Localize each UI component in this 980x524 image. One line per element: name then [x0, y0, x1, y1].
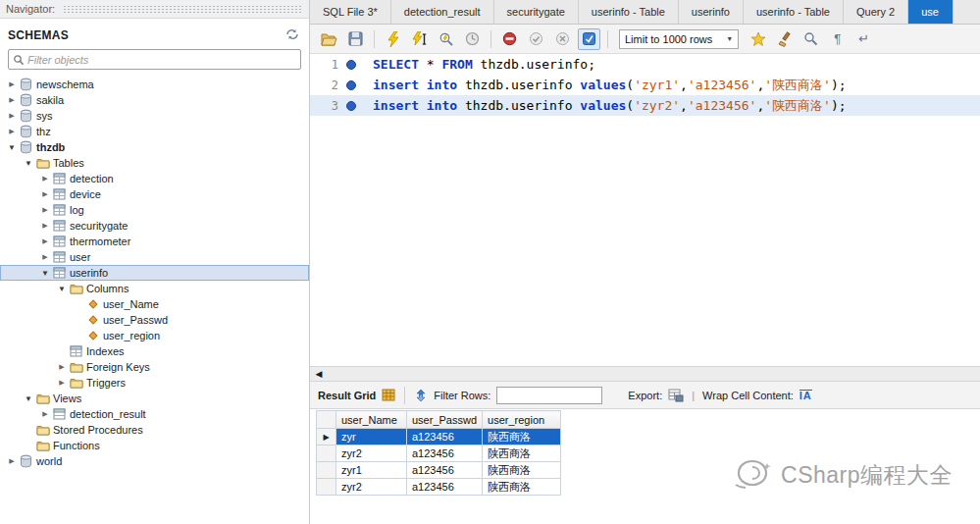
rollback-transaction-icon[interactable] — [551, 28, 574, 50]
tree-item-triggers[interactable]: ▶Triggers — [0, 375, 309, 391]
expand-arrow-icon[interactable]: ▶ — [6, 457, 18, 465]
expand-arrow-icon[interactable]: ▶ — [6, 80, 18, 88]
tree-item-thz[interactable]: ▶thz — [0, 124, 309, 139]
tree-item-user-passwd[interactable]: user_Passwd — [0, 312, 309, 328]
tab-userinfo-table[interactable]: userinfo - Table — [579, 0, 679, 24]
tree-item-world[interactable]: ▶world — [0, 453, 309, 469]
expand-arrow-icon[interactable]: ▶ — [39, 175, 51, 183]
grid-column-header[interactable]: user_Name — [336, 411, 407, 429]
expand-arrow-icon[interactable]: ▶ — [39, 222, 51, 230]
grid-column-header[interactable]: user_region — [483, 411, 561, 429]
grid-cell[interactable]: a123456 — [407, 445, 483, 462]
grid-column-header[interactable]: user_Passwd — [407, 411, 483, 429]
row-header-cell[interactable] — [317, 479, 336, 496]
export-recordset-icon[interactable] — [668, 389, 684, 402]
current-row-marker[interactable]: ▶ — [317, 429, 336, 445]
collapse-arrow-icon[interactable]: ▼ — [39, 269, 51, 278]
tree-item-log[interactable]: ▶log — [0, 202, 309, 218]
collapse-arrow-icon[interactable]: ▼ — [23, 394, 34, 403]
expand-arrow-icon[interactable]: ▶ — [56, 379, 68, 387]
refresh-grid-icon[interactable] — [414, 389, 428, 402]
expand-arrow-icon[interactable]: ▶ — [6, 96, 18, 104]
expand-arrow-icon[interactable]: ▶ — [39, 206, 51, 214]
tree-item-newschema[interactable]: ▶newschema — [0, 77, 309, 92]
grid-cell[interactable]: 陕西商洛 — [483, 462, 561, 479]
expand-arrow-icon[interactable]: ▶ — [6, 112, 18, 120]
tree-item-columns[interactable]: ▼Columns — [0, 281, 309, 296]
stop-query-icon[interactable] — [461, 28, 484, 50]
tree-item-userinfo[interactable]: ▼userinfo — [0, 265, 309, 281]
tree-item-indexes[interactable]: Indexes — [0, 343, 309, 359]
grid-cell[interactable]: zyr1 — [336, 462, 407, 479]
tree-item-securitygate[interactable]: ▶securitygate — [0, 218, 309, 234]
tab-userinfo-table[interactable]: userinfo - Table — [744, 0, 844, 24]
grid-cell[interactable]: a123456 — [407, 462, 483, 479]
grid-cell[interactable]: zyr2 — [336, 479, 407, 496]
tab-detection-result[interactable]: detection_result — [391, 0, 494, 24]
beautify-script-icon[interactable] — [773, 28, 796, 50]
tree-item-user-name[interactable]: user_Name — [0, 296, 309, 312]
grid-cell[interactable]: 陕西商洛 — [483, 479, 561, 496]
filter-objects-box[interactable] — [8, 49, 301, 70]
expand-arrow-icon[interactable]: ▶ — [39, 190, 51, 198]
tree-item-detection[interactable]: ▶detection — [0, 171, 309, 186]
save-snippet-icon[interactable] — [747, 28, 769, 50]
tree-item-sys[interactable]: ▶sys — [0, 108, 309, 124]
expand-arrow-icon[interactable]: ▶ — [39, 410, 51, 418]
execute-current-statement-icon[interactable] — [408, 28, 431, 50]
expand-arrow-icon[interactable]: ▶ — [39, 253, 51, 261]
refresh-schemas-icon[interactable] — [285, 26, 299, 44]
find-icon[interactable] — [799, 28, 822, 50]
grid-cell[interactable]: 陕西商洛 — [483, 445, 561, 462]
tab-query-2[interactable]: Query 2 — [844, 0, 908, 24]
tree-item-detection-result[interactable]: ▶detection_result — [0, 406, 309, 422]
grid-corner-cell[interactable] — [317, 411, 336, 429]
collapse-arrow-icon[interactable]: ▼ — [56, 285, 68, 293]
tree-item-thzdb[interactable]: ▼thzdb — [0, 139, 309, 155]
tree-item-foreign-keys[interactable]: ▶Foreign Keys — [0, 359, 309, 375]
wrap-text-icon[interactable]: ↵ — [852, 28, 875, 50]
grid-cell[interactable]: zyr2 — [336, 445, 407, 462]
expand-arrow-icon[interactable]: ▶ — [6, 128, 18, 135]
grid-cell[interactable]: 陕西商洛 — [483, 429, 561, 445]
limit-rows-dropdown[interactable]: Limit to 1000 rows ▼ — [619, 29, 739, 49]
tab-userinfo[interactable]: userinfo — [679, 0, 744, 24]
commit-transaction-icon[interactable] — [525, 28, 547, 50]
sql-editor[interactable]: 1SELECT * FROM thzdb.userinfo;2insert in… — [310, 54, 980, 366]
toggle-stop-on-error-icon[interactable] — [498, 28, 521, 50]
tab-securitygate[interactable]: securitygate — [494, 0, 579, 24]
tree-item-views[interactable]: ▼Views — [0, 391, 309, 406]
filter-rows-input[interactable] — [496, 387, 602, 404]
collapse-arrow-icon[interactable]: ▼ — [23, 159, 34, 168]
tree-item-user-region[interactable]: user_region — [0, 328, 309, 343]
show-invisibles-icon[interactable]: ¶ — [826, 28, 849, 50]
grid-cell[interactable]: zyr — [336, 429, 407, 445]
open-script-icon[interactable] — [318, 28, 340, 50]
editor-horizontal-scrollbar[interactable]: ◀ — [310, 366, 980, 382]
grid-cell[interactable]: a123456 — [407, 479, 483, 496]
tree-item-sakila[interactable]: ▶sakila — [0, 92, 309, 108]
grid-view-icon[interactable] — [382, 389, 395, 401]
expand-arrow-icon[interactable]: ▶ — [56, 363, 68, 371]
tree-item-user[interactable]: ▶user — [0, 249, 309, 265]
expand-arrow-icon[interactable]: ▶ — [39, 237, 51, 245]
row-header-cell[interactable] — [317, 462, 336, 479]
tree-item-functions[interactable]: Functions — [0, 438, 309, 453]
collapse-arrow-icon[interactable]: ▼ — [6, 143, 18, 152]
explain-statement-icon[interactable] — [435, 28, 457, 50]
tab-sql-file-3-[interactable]: SQL File 3* — [310, 0, 391, 24]
save-script-icon[interactable] — [344, 28, 367, 50]
tree-item-thermometer[interactable]: ▶thermometer — [0, 234, 309, 249]
row-header-cell[interactable] — [317, 445, 336, 462]
tree-item-device[interactable]: ▶device — [0, 186, 309, 202]
wrap-cell-content-icon[interactable]: IA — [799, 390, 812, 401]
navigator-titlebar[interactable]: Navigator: — [0, 0, 309, 19]
tree-item-stored-procedures[interactable]: Stored Procedures — [0, 422, 309, 438]
tab-use[interactable]: use — [908, 0, 954, 24]
execute-script-icon[interactable] — [382, 28, 404, 50]
tree-item-tables[interactable]: ▼Tables — [0, 155, 309, 171]
filter-objects-input[interactable] — [27, 54, 296, 66]
scroll-left-icon[interactable]: ◀ — [310, 369, 328, 379]
grid-cell[interactable]: a123456 — [407, 429, 483, 445]
toggle-autocommit-icon[interactable] — [578, 28, 600, 50]
